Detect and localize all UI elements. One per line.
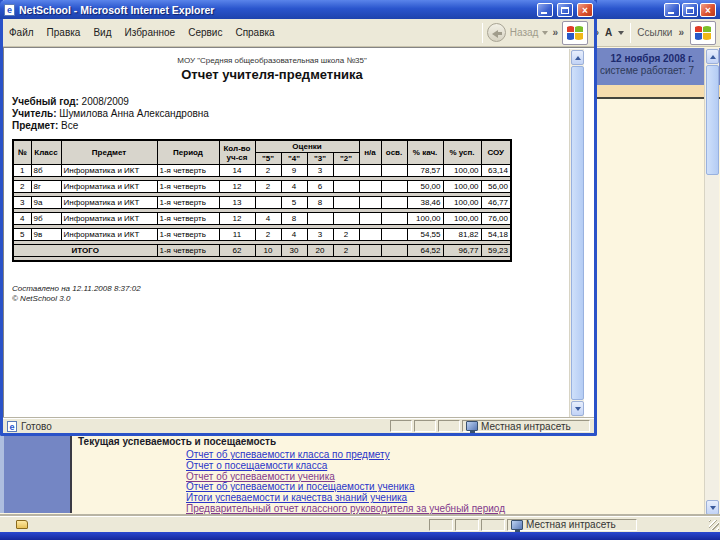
table-cell: Информатика и ИКТ: [61, 213, 157, 225]
report-footer: Составлено на 12.11.2008 8:37:02 © NetSc…: [12, 284, 566, 304]
table-cell: 81,82: [443, 229, 481, 241]
report-page: МОУ "Средняя общеобразовательная школа №…: [4, 48, 570, 417]
table-cell: 2: [255, 229, 281, 241]
scroll-down-button[interactable]: [571, 401, 584, 416]
links-toolbar-label[interactable]: Ссылки: [637, 27, 672, 38]
scrollbar-thumb[interactable]: [571, 66, 584, 400]
table-cell: 9: [281, 165, 307, 177]
maximize-button[interactable]: [557, 3, 573, 17]
bg-status-left: [0, 520, 429, 529]
table-cell: 12: [219, 213, 255, 225]
menu-item-5[interactable]: Справка: [235, 27, 274, 38]
windows-logo-icon: [562, 21, 588, 45]
bg-minimize-button[interactable]: [664, 3, 680, 17]
field-value: Шумилова Анна Александровна: [59, 108, 209, 119]
overflow-chevron-icon[interactable]: »: [678, 27, 684, 38]
bg-vertical-scrollbar[interactable]: [704, 48, 719, 516]
reports-links-section: Текущая успеваемость и посещаемость Отче…: [78, 436, 638, 526]
status-panel: [414, 420, 436, 432]
field-label: Предмет:: [12, 120, 58, 131]
table-cell: 2: [333, 245, 359, 257]
table-cell: 9а: [31, 197, 61, 209]
col-header-students: Кол-во уч-ся: [219, 140, 255, 165]
table-cell: 38,46: [407, 197, 443, 209]
table-row: 49бИнформатика и ИКТ1-я четверть1248100,…: [13, 213, 511, 225]
table-cell: [359, 229, 381, 241]
report-field: Предмет: Все: [12, 120, 566, 132]
section-title: Текущая успеваемость и посещаемость: [78, 436, 638, 447]
status-text: Готово: [21, 421, 52, 432]
page-vertical-scrollbar[interactable]: [569, 49, 584, 417]
maximize-icon: [561, 7, 569, 14]
bg-close-button[interactable]: ×: [700, 3, 716, 17]
table-cell: 56,00: [481, 181, 511, 193]
toolbar-separator: [482, 23, 483, 43]
table-cell: [381, 229, 407, 241]
arrow-down-icon: [575, 407, 581, 411]
internet-explorer-icon: e: [4, 4, 15, 16]
toolbar-separator: [630, 23, 631, 43]
copyright-line: © NetSchool 3.0: [12, 294, 566, 304]
col-header-quality: % кач.: [407, 140, 443, 165]
close-button[interactable]: ×: [577, 3, 593, 17]
field-value: Все: [61, 120, 78, 131]
table-cell: Информатика и ИКТ: [61, 229, 157, 241]
table-cell: [333, 197, 359, 209]
window-title: NetSchool - Microsoft Internet Explorer: [19, 4, 533, 16]
table-cell: 9б: [31, 213, 61, 225]
table-cell: 4: [281, 229, 307, 241]
table-cell: 5: [281, 197, 307, 209]
status-panel: [455, 519, 479, 531]
menu-item-3[interactable]: Избранное: [124, 27, 175, 38]
table-cell: Информатика и ИКТ: [61, 165, 157, 177]
table-cell: 100,00: [443, 197, 481, 209]
font-size-button[interactable]: А: [605, 27, 612, 38]
menu-item-2[interactable]: Вид: [93, 27, 111, 38]
col-header-na: н/а: [359, 140, 381, 165]
table-cell: 100,00: [407, 213, 443, 225]
table-cell: 50,00: [407, 181, 443, 193]
back-history-dropdown[interactable]: [542, 31, 548, 35]
report-link-1[interactable]: Отчет о посещаемости класса: [186, 461, 638, 472]
menu-item-1[interactable]: Правка: [47, 27, 81, 38]
scroll-up-button[interactable]: [706, 49, 719, 64]
window-titlebar[interactable]: e NetSchool - Microsoft Internet Explore…: [0, 0, 597, 19]
table-cell: 3: [307, 229, 333, 241]
table-cell: [359, 245, 381, 257]
page-status-icon: e: [7, 421, 17, 432]
overflow-chevron-icon[interactable]: »: [552, 27, 558, 38]
table-cell: [359, 213, 381, 225]
table-cell: 100,00: [443, 213, 481, 225]
table-cell: [359, 181, 381, 193]
total-period: 1-я четверть: [157, 245, 219, 257]
table-cell: 46,77: [481, 197, 511, 209]
maximize-icon: [686, 7, 694, 14]
resize-grip[interactable]: [709, 520, 719, 530]
scroll-up-button[interactable]: [571, 50, 584, 65]
col-header-mark: "2": [333, 153, 359, 165]
table-cell: [381, 165, 407, 177]
spacer-row: [13, 257, 511, 261]
table-cell: [333, 213, 359, 225]
status-panel: [390, 420, 412, 432]
table-cell: 64,52: [407, 245, 443, 257]
table-cell: 78,57: [407, 165, 443, 177]
back-button[interactable]: [487, 23, 506, 42]
scroll-down-button[interactable]: [706, 500, 719, 515]
table-cell: Информатика и ИКТ: [61, 197, 157, 209]
reports-links-list: Отчет об успеваемости класса по предмету…: [78, 450, 638, 526]
arrow-down-icon: [710, 506, 716, 510]
table-cell: 14: [219, 165, 255, 177]
field-value: 2008/2009: [82, 96, 129, 107]
menu-item-0[interactable]: Файл: [9, 27, 34, 38]
minimize-button[interactable]: [537, 3, 553, 17]
status-bar: e Готово Местная интрасеть: [3, 418, 594, 433]
security-zone-panel: Местная интрасеть: [462, 420, 590, 432]
bg-maximize-button[interactable]: [682, 3, 698, 17]
menu-item-4[interactable]: Сервис: [188, 27, 222, 38]
scrollbar-thumb[interactable]: [706, 65, 719, 175]
table-cell: 3: [307, 165, 333, 177]
minimize-icon: [541, 12, 547, 14]
field-label: Учебный год:: [12, 96, 79, 107]
arrow-up-icon: [575, 56, 581, 60]
